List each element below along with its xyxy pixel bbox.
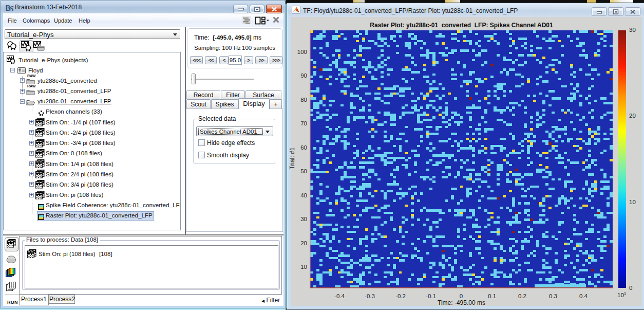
svg-text:S: S [10, 5, 14, 12]
